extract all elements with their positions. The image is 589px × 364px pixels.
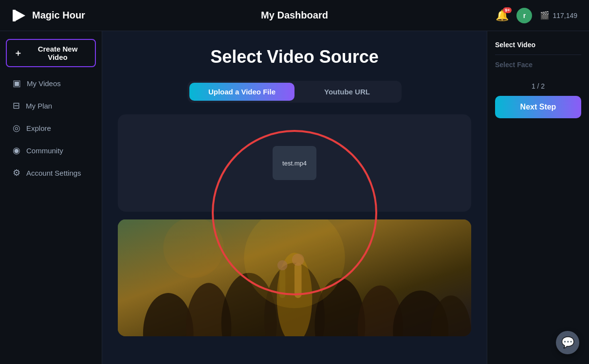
credits-icon: 🎬 <box>540 11 550 20</box>
page-nav-title: My Dashboard <box>261 10 328 21</box>
svg-marker-1 <box>13 10 16 21</box>
chat-icon: 💬 <box>561 336 574 349</box>
svg-point-17 <box>292 254 304 266</box>
tab-upload-video[interactable]: Upload a Video File <box>189 83 294 101</box>
notifications-button[interactable]: 🔔 9+ <box>496 9 509 22</box>
sidebar-item-my-videos[interactable]: ▣ My Videos <box>6 73 96 93</box>
create-new-video-button[interactable]: ＋ Create New Video <box>6 39 96 67</box>
svg-rect-14 <box>279 268 285 298</box>
sidebar-label-my-plan: My Plan <box>26 102 52 110</box>
settings-icon: ⚙ <box>13 167 20 178</box>
svg-marker-0 <box>15 10 25 21</box>
svg-rect-16 <box>294 263 302 298</box>
plan-icon: ⊟ <box>13 100 20 111</box>
svg-point-15 <box>277 260 288 271</box>
credits-value: 117,149 <box>552 12 577 19</box>
credits-display: 🎬 117,149 <box>540 11 577 20</box>
video-source-tabs: Upload a Video File Youtube URL <box>187 81 402 103</box>
logo-area: Magic Hour <box>12 8 85 23</box>
sidebar-label-account-settings: Account Settings <box>26 169 81 177</box>
top-nav: Magic Hour My Dashboard 🔔 9+ r 🎬 117,149 <box>0 0 589 31</box>
next-step-button[interactable]: Next Step <box>495 96 581 118</box>
right-panel: Select Video Select Face 1 / 2 Next Step <box>487 31 589 364</box>
sidebar-item-explore[interactable]: ◎ Explore <box>6 118 96 138</box>
sidebar-label-explore: Explore <box>26 124 51 132</box>
crowd-illustration <box>118 219 471 336</box>
sidebar: ＋ Create New Video ▣ My Videos ⊟ My Plan… <box>0 31 102 364</box>
video-preview <box>118 219 471 336</box>
logo-icon <box>12 8 27 23</box>
sidebar-label-community: Community <box>26 146 63 155</box>
file-thumbnail: test.mp4 <box>273 146 316 180</box>
tab-youtube-url[interactable]: Youtube URL <box>294 83 400 101</box>
sidebar-item-account-settings[interactable]: ⚙ Account Settings <box>6 163 96 183</box>
logo-text: Magic Hour <box>32 10 85 21</box>
upload-zone-wrapper: test.mp4 <box>118 114 471 212</box>
explore-icon: ◎ <box>13 123 20 133</box>
create-button-label: Create New Video <box>27 45 88 61</box>
video-crowd-scene <box>118 219 471 336</box>
page-title: Select Video Source <box>118 47 471 67</box>
avatar-button[interactable]: r <box>516 8 532 23</box>
step-divider <box>495 55 581 55</box>
plus-icon: ＋ <box>14 47 22 59</box>
videos-icon: ▣ <box>13 78 21 89</box>
file-name: test.mp4 <box>282 160 307 167</box>
main-layout: ＋ Create New Video ▣ My Videos ⊟ My Plan… <box>0 31 589 364</box>
svg-point-13 <box>163 219 223 278</box>
step-select-face: Select Face <box>495 61 581 69</box>
nav-right: 🔔 9+ r 🎬 117,149 <box>496 8 577 23</box>
content-area: Select Video Source Upload a Video File … <box>102 31 487 364</box>
step-select-video: Select Video <box>495 41 581 49</box>
notification-badge: 9+ <box>503 7 512 13</box>
community-icon: ◉ <box>13 145 20 156</box>
sidebar-item-my-plan[interactable]: ⊟ My Plan <box>6 95 96 116</box>
chat-bubble-button[interactable]: 💬 <box>556 331 579 354</box>
sidebar-item-community[interactable]: ◉ Community <box>6 140 96 161</box>
sidebar-label-my-videos: My Videos <box>27 79 61 88</box>
step-counter: 1 / 2 <box>495 82 581 90</box>
upload-zone[interactable]: test.mp4 <box>118 114 471 212</box>
